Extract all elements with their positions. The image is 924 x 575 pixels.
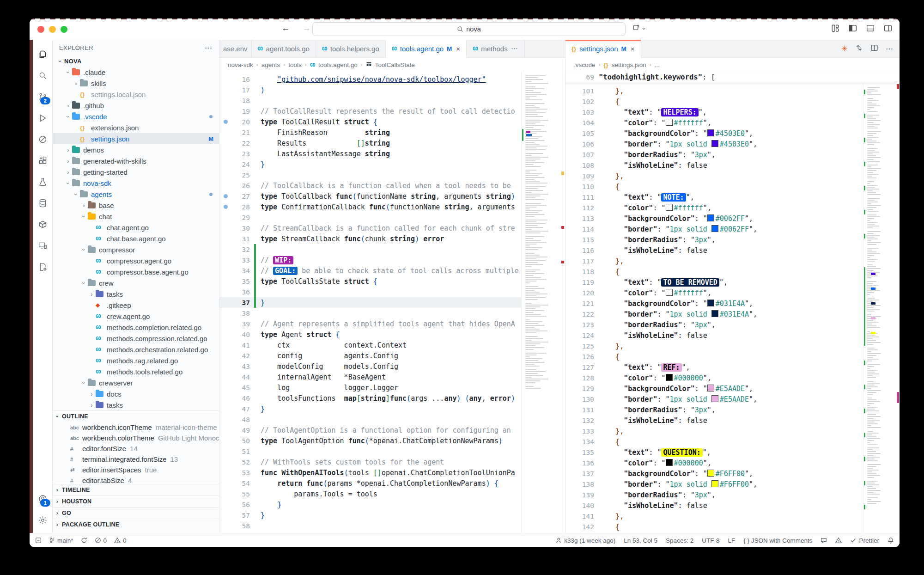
toggle-panel-icon[interactable] — [866, 24, 875, 32]
split-editor-icon[interactable] — [870, 44, 878, 54]
tab-agent-tools-go[interactable]: GOagent.tools.go — [252, 40, 316, 57]
code-line[interactable]: 57} — [219, 510, 521, 520]
breadcrumb-item[interactable]: tools.agent.go — [318, 61, 358, 68]
breadcrumb-item[interactable]: agents — [261, 61, 280, 68]
breadcrumb-item[interactable]: .vscode — [574, 61, 596, 68]
code-line[interactable]: 31type StreamCallback func(chunk string)… — [219, 233, 521, 244]
tree-item-demos[interactable]: ›demos — [53, 144, 219, 155]
forward-icon[interactable]: → — [302, 23, 311, 33]
sparkle-icon[interactable]: ✳ — [841, 44, 848, 54]
tree-item-crewserver[interactable]: ›crewserver — [53, 377, 219, 388]
tab-settings-json[interactable]: {}settings.jsonM× — [565, 40, 641, 58]
maximize-window-button[interactable] — [61, 26, 67, 33]
code-line[interactable]: 120 "color": "#ffffff", — [565, 288, 863, 298]
customize-layout-icon[interactable] — [831, 24, 839, 32]
source-control-icon[interactable]: 2 — [34, 86, 51, 107]
outline-item[interactable]: abcworkbench.colorThemeGitHub Light Mono… — [53, 433, 219, 443]
devices-icon[interactable] — [34, 235, 51, 256]
command-center-search[interactable]: nova — [312, 22, 626, 36]
code-line[interactable]: 124 "isWholeLine": false — [565, 330, 863, 341]
code-line[interactable]: 38 — [219, 308, 521, 318]
code-line[interactable]: 115 "borderRadius": "3px", — [565, 234, 863, 245]
code-line[interactable]: 27type ToolCallback func(functionName st… — [219, 191, 521, 202]
tab-tools-agent-go[interactable]: GOtools.agent.goM× — [386, 40, 467, 58]
code-line[interactable]: 141 }, — [565, 511, 863, 521]
code-line[interactable]: 104 "color": "#ffffff", — [565, 117, 863, 128]
minimap[interactable] — [521, 72, 565, 533]
tree-item-chat-agent-go[interactable]: GOchat.agent.go — [53, 222, 219, 233]
extensions-icon[interactable] — [34, 150, 51, 171]
status-language-mode[interactable]: { } JSON with Comments — [743, 537, 812, 544]
section-header[interactable]: ›PACKAGE OUTLINE — [53, 519, 219, 530]
close-icon[interactable]: × — [456, 45, 460, 53]
code-line[interactable]: 128 "color": "#000000", — [565, 373, 863, 383]
code-line[interactable]: 39// Agent represents a simplified tools… — [219, 318, 521, 329]
tree-item-getting-started[interactable]: ›getting-started — [53, 166, 219, 177]
code-line[interactable]: 111 "text": "NOTE:", — [565, 192, 863, 202]
run-and-debug-icon[interactable] — [34, 107, 51, 128]
testing-icon[interactable] — [34, 171, 51, 192]
status-remote-indicator[interactable] — [35, 537, 42, 544]
code-line[interactable]: 106 "border": "1px solid #4503E0", — [565, 139, 863, 149]
code-line[interactable]: 24} — [219, 159, 521, 170]
breadcrumb-item[interactable]: ToolCallsState — [375, 61, 415, 68]
code-line[interactable]: 50type ToolAgentOption func(*openai.Chat… — [219, 435, 521, 446]
code-line[interactable]: 51 — [219, 446, 521, 457]
toggle-secondary-sidebar-icon[interactable] — [884, 24, 892, 32]
code-editor-go[interactable]: 16 "github.com/snipwise/nova/nova-sdk/to… — [219, 72, 521, 533]
breadcrumb-item[interactable]: tools — [288, 61, 302, 68]
outline-item[interactable]: #terminal.integrated.fontSize13 — [53, 454, 219, 465]
code-line[interactable]: 16 "github.com/snipwise/nova/nova-sdk/to… — [219, 74, 521, 85]
outline-header[interactable]: › OUTLINE — [53, 411, 219, 422]
minimize-window-button[interactable] — [49, 26, 56, 33]
containers-icon[interactable] — [34, 214, 51, 235]
code-line[interactable]: 48 — [219, 414, 521, 425]
status-errors[interactable]: 0 — [95, 537, 107, 544]
code-line[interactable]: 35type ToolCallsState struct { — [219, 276, 521, 287]
tree-item-methods-orchestration-related-go[interactable]: GOmethods.orchestration.related.go — [53, 344, 219, 355]
tree-item-chat[interactable]: ›chat — [53, 211, 219, 222]
code-line[interactable]: 101 }, — [565, 86, 863, 96]
tree-item-base[interactable]: ›base — [53, 200, 219, 211]
tree-item-settings-local-json[interactable]: {}settings.local.json — [53, 89, 219, 100]
code-line[interactable]: 44 internalAgent *BaseAgent — [219, 372, 521, 382]
more-actions-icon[interactable]: ⋯ — [886, 44, 893, 53]
section-header[interactable]: ›TIMELINE — [53, 484, 219, 495]
tree-item-methods-compression-related-go[interactable]: GOmethods.compression.related.go — [53, 333, 219, 344]
tab-tools-helpers-go[interactable]: GOtools.helpers.go — [316, 40, 386, 57]
code-line[interactable]: 138 "border": "1px solid #F6FF00", — [565, 479, 863, 489]
code-line[interactable]: 47} — [219, 404, 521, 414]
code-line[interactable]: 46 toolsFunctions map[string]func(args .… — [219, 393, 521, 404]
tree-item-tasks[interactable]: ›tasks — [53, 288, 219, 300]
code-line[interactable]: 108 "isWholeLine": false — [565, 160, 863, 171]
breadcrumb-item[interactable]: settings.json — [612, 61, 646, 68]
status-branch[interactable]: main* — [49, 537, 73, 544]
code-line[interactable]: 40type Agent struct { — [219, 329, 521, 340]
status-formatter[interactable]: Prettier — [850, 537, 879, 544]
tree-item-compressor[interactable]: ›compressor — [53, 244, 219, 255]
minimap[interactable] — [863, 83, 900, 533]
code-line[interactable]: 23 LastAssistantMessage string — [219, 148, 521, 159]
code-line[interactable]: 22 Results []string — [219, 138, 521, 148]
database-icon[interactable] — [34, 192, 51, 214]
code-line[interactable]: 103 "text": "HELPERS:", — [565, 107, 863, 117]
code-line[interactable]: 49// ToolAgentOption is a functional opt… — [219, 425, 521, 435]
code-line[interactable]: 105 "backgroundColor": "#4503E0", — [565, 128, 863, 139]
code-line[interactable]: 113 "backgroundColor": "#0062FF", — [565, 213, 863, 224]
manage-icon[interactable] — [34, 509, 51, 531]
code-line[interactable]: 135 "text": "QUESTION:", — [565, 447, 863, 458]
code-line[interactable]: 142 { — [565, 521, 863, 532]
code-line[interactable]: 112 "color": "#ffffff", — [565, 202, 863, 213]
code-line[interactable]: 52// WithTools sets custom tools for the… — [219, 457, 521, 467]
code-line[interactable]: 30// StreamCallback is a function called… — [219, 223, 521, 233]
code-line[interactable]: 36 — [219, 287, 521, 297]
status-warnings[interactable]: 0 — [114, 537, 127, 544]
code-line[interactable]: 127 "text": "REF:", — [565, 362, 863, 373]
code-line[interactable]: 42 config agents.Config — [219, 350, 521, 361]
code-editor-json[interactable]: 101 },102 {103 "text": "HELPERS:",104 "c… — [565, 83, 863, 533]
back-icon[interactable]: ← — [281, 23, 290, 33]
code-line[interactable]: 139 "borderRadius": "3px", — [565, 489, 863, 500]
tree-item-skills[interactable]: ›skills — [53, 78, 219, 89]
more-actions-icon[interactable]: ⋯ — [511, 44, 518, 53]
tree-item--github[interactable]: ›.github — [53, 100, 219, 111]
